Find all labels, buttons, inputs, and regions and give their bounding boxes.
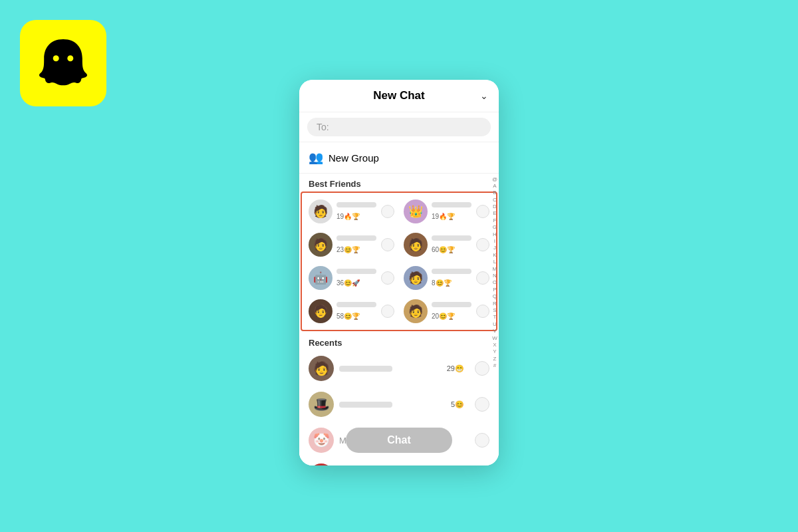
alpha-x[interactable]: X — [493, 342, 496, 348]
header: New Chat ⌄ — [299, 80, 499, 112]
alpha-s[interactable]: S — [493, 307, 496, 314]
recent-score: 5😊 — [451, 400, 464, 409]
to-field-container: To: — [299, 112, 499, 142]
chat-button[interactable]: Chat — [346, 428, 452, 453]
alpha-index: @ A B C D E F G H I J K L M N O P Q R S … — [491, 80, 499, 466]
friend-select-circle[interactable] — [476, 238, 489, 251]
friend-score: 60😊🏆 — [432, 246, 455, 253]
friend-score: 19🔥🏆 — [432, 213, 455, 220]
alpha-q[interactable]: Q — [493, 293, 497, 300]
to-label: To: — [317, 122, 329, 132]
friend-select-circle[interactable] — [381, 305, 394, 318]
avatar: 👩 — [309, 464, 334, 466]
friend-item[interactable]: 🤖 36😊🚀 — [305, 262, 398, 294]
friend-name-bar — [336, 235, 376, 241]
alpha-at[interactable]: @ — [492, 176, 497, 183]
alpha-hash[interactable]: # — [493, 362, 496, 369]
recent-item[interactable]: 👩 11😁 — [299, 458, 499, 466]
recent-name-bar — [339, 402, 392, 408]
new-group-row[interactable]: 👥 New Group — [299, 142, 499, 174]
avatar: 👑 — [404, 200, 428, 223]
alpha-a[interactable]: A — [493, 183, 496, 190]
svg-point-1 — [67, 55, 73, 61]
alpha-d[interactable]: D — [493, 203, 497, 210]
friend-select-circle[interactable] — [476, 305, 489, 318]
alpha-o[interactable]: O — [493, 279, 497, 286]
friend-name-bar — [336, 202, 376, 207]
avatar: 🧑 — [309, 299, 332, 323]
friend-select-circle[interactable] — [381, 205, 394, 218]
friend-name-bar — [432, 202, 471, 207]
recent-item[interactable]: 🧑 29😁 — [299, 350, 499, 386]
phone-container: New Chat ⌄ To: 👥 New Group Best Friends … — [299, 80, 499, 466]
recents-title: Recents — [299, 332, 499, 350]
recents-section: Recents 🧑 29😁 🎩 5😊 🤡 M — [299, 332, 499, 466]
friend-info: 19🔥🏆 — [336, 202, 377, 221]
avatar: 🧑 — [309, 233, 332, 257]
recent-info — [339, 366, 442, 372]
friend-name-bar — [432, 269, 471, 274]
to-field[interactable]: To: — [307, 118, 491, 136]
recent-select-circle[interactable] — [475, 397, 489, 412]
alpha-m[interactable]: M — [493, 266, 497, 273]
avatar: 🧑 — [404, 266, 428, 290]
svg-point-0 — [53, 55, 59, 61]
best-friends-section: Best Friends 🧑 19🔥🏆 👑 1 — [299, 174, 499, 331]
alpha-n[interactable]: N — [493, 273, 497, 279]
friend-info: 58😊🏆 — [336, 302, 377, 321]
snapchat-logo — [20, 20, 106, 106]
avatar: 🧑 — [309, 356, 334, 381]
avatar: 🎩 — [309, 392, 334, 417]
alpha-r[interactable]: R — [493, 301, 497, 307]
friend-item[interactable]: 🧑 19🔥🏆 — [305, 196, 398, 227]
alpha-p[interactable]: P — [493, 287, 496, 293]
friend-item[interactable]: 🧑 23😊🏆 — [305, 229, 398, 261]
alpha-g[interactable]: G — [493, 224, 497, 231]
friend-score: 8😊🏆 — [432, 279, 452, 287]
friend-select-circle[interactable] — [381, 271, 394, 285]
recent-select-circle[interactable] — [475, 361, 489, 376]
friend-item[interactable]: 🧑 60😊🏆 — [400, 229, 493, 261]
friend-info: 60😊🏆 — [432, 235, 472, 255]
alpha-b[interactable]: B — [493, 190, 496, 196]
alpha-w[interactable]: W — [492, 335, 497, 342]
friend-item[interactable]: 👑 19🔥🏆 — [400, 196, 493, 227]
friend-item[interactable]: 🧑 8😊🏆 — [400, 262, 493, 294]
friend-info: 8😊🏆 — [432, 269, 472, 288]
alpha-c[interactable]: C — [493, 197, 497, 203]
recent-item[interactable]: 🎩 5😊 — [299, 386, 499, 422]
friend-name-bar — [336, 269, 376, 274]
new-group-label: New Group — [329, 152, 379, 164]
friend-score: 19🔥🏆 — [336, 213, 360, 220]
recent-select-circle[interactable] — [475, 433, 489, 448]
alpha-f[interactable]: F — [493, 217, 496, 224]
friend-select-circle[interactable] — [381, 238, 394, 251]
friend-item[interactable]: 🧑 58😊🏆 — [305, 295, 398, 327]
alpha-j[interactable]: J — [493, 245, 496, 251]
new-group-icon: 👥 — [309, 150, 323, 165]
avatar: 🧑 — [309, 200, 332, 223]
alpha-e[interactable]: E — [493, 210, 496, 217]
alpha-h[interactable]: H — [493, 231, 497, 238]
friend-score: 36😊🚀 — [336, 279, 360, 287]
header-title: New Chat — [373, 89, 424, 102]
avatar: 🧑 — [404, 233, 428, 257]
friend-select-circle[interactable] — [476, 271, 489, 285]
alpha-u[interactable]: U — [493, 321, 497, 328]
friend-score: 20😊🏆 — [432, 313, 455, 320]
avatar: 🤖 — [309, 266, 332, 290]
alpha-z[interactable]: Z — [493, 356, 496, 362]
friend-select-circle[interactable] — [476, 205, 489, 218]
alpha-l[interactable]: L — [493, 259, 496, 265]
friend-item[interactable]: 🧑 20😊🏆 — [400, 295, 493, 327]
chevron-down-icon[interactable]: ⌄ — [480, 90, 488, 101]
recent-item[interactable]: 🤡 M Chat — [299, 422, 499, 458]
alpha-v[interactable]: V — [493, 328, 496, 334]
alpha-k[interactable]: K — [493, 252, 496, 259]
alpha-i[interactable]: I — [494, 238, 495, 245]
friend-score: 58😊🏆 — [336, 313, 360, 320]
alpha-y[interactable]: Y — [493, 348, 496, 355]
recent-name-bar — [339, 366, 392, 372]
recent-info — [339, 402, 446, 408]
alpha-t[interactable]: T — [493, 314, 496, 321]
